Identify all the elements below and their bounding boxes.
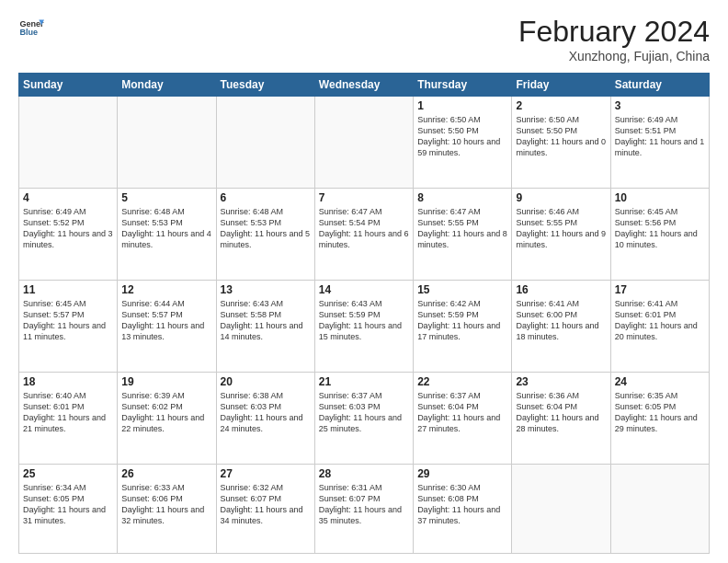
table-row: 27Sunrise: 6:32 AM Sunset: 6:07 PM Dayli… [216, 464, 314, 554]
calendar-header-row: Sunday Monday Tuesday Wednesday Thursday… [19, 74, 710, 97]
day-info: Sunrise: 6:50 AM Sunset: 5:50 PM Dayligh… [516, 115, 606, 157]
day-info: Sunrise: 6:48 AM Sunset: 5:53 PM Dayligh… [221, 207, 311, 249]
day-info: Sunrise: 6:47 AM Sunset: 5:55 PM Dayligh… [417, 207, 507, 249]
table-row: 20Sunrise: 6:38 AM Sunset: 6:03 PM Dayli… [216, 372, 314, 464]
table-row: 6Sunrise: 6:48 AM Sunset: 5:53 PM Daylig… [216, 188, 314, 280]
day-info: Sunrise: 6:38 AM Sunset: 6:03 PM Dayligh… [221, 391, 303, 433]
table-row [19, 97, 118, 189]
calendar: Sunday Monday Tuesday Wednesday Thursday… [18, 73, 710, 554]
day-info: Sunrise: 6:45 AM Sunset: 5:57 PM Dayligh… [23, 299, 106, 341]
day-number: 2 [516, 99, 606, 112]
day-info: Sunrise: 6:41 AM Sunset: 6:00 PM Dayligh… [516, 299, 598, 341]
day-number: 10 [615, 191, 705, 204]
table-row: 28Sunrise: 6:31 AM Sunset: 6:07 PM Dayli… [314, 464, 413, 554]
col-wednesday: Wednesday [314, 74, 413, 97]
logo: General Blue [18, 15, 44, 40]
table-row: 21Sunrise: 6:37 AM Sunset: 6:03 PM Dayli… [314, 372, 413, 464]
table-row: 25Sunrise: 6:34 AM Sunset: 6:05 PM Dayli… [19, 464, 118, 554]
day-info: Sunrise: 6:47 AM Sunset: 5:54 PM Dayligh… [319, 207, 409, 249]
table-row: 24Sunrise: 6:35 AM Sunset: 6:05 PM Dayli… [610, 372, 709, 464]
day-number: 25 [23, 467, 113, 480]
col-friday: Friday [512, 74, 610, 97]
day-info: Sunrise: 6:37 AM Sunset: 6:03 PM Dayligh… [319, 391, 402, 433]
table-row [512, 464, 610, 554]
day-info: Sunrise: 6:33 AM Sunset: 6:06 PM Dayligh… [121, 483, 204, 525]
day-info: Sunrise: 6:36 AM Sunset: 6:04 PM Dayligh… [516, 391, 598, 433]
day-number: 13 [221, 283, 311, 296]
day-number: 11 [23, 283, 113, 296]
day-number: 5 [121, 191, 211, 204]
table-row: 29Sunrise: 6:30 AM Sunset: 6:08 PM Dayli… [414, 464, 512, 554]
day-info: Sunrise: 6:42 AM Sunset: 5:59 PM Dayligh… [417, 299, 500, 341]
day-info: Sunrise: 6:43 AM Sunset: 5:58 PM Dayligh… [221, 299, 303, 341]
title-block: February 2024 Xunzhong, Fujian, China [518, 15, 710, 63]
day-info: Sunrise: 6:49 AM Sunset: 5:52 PM Dayligh… [23, 207, 113, 249]
day-number: 27 [221, 467, 311, 480]
table-row: 1Sunrise: 6:50 AM Sunset: 5:50 PM Daylig… [414, 97, 512, 189]
day-number: 18 [23, 375, 113, 388]
table-row: 8Sunrise: 6:47 AM Sunset: 5:55 PM Daylig… [414, 188, 512, 280]
table-row: 7Sunrise: 6:47 AM Sunset: 5:54 PM Daylig… [314, 188, 413, 280]
table-row: 10Sunrise: 6:45 AM Sunset: 5:56 PM Dayli… [610, 188, 709, 280]
day-info: Sunrise: 6:44 AM Sunset: 5:57 PM Dayligh… [121, 299, 204, 341]
table-row [314, 97, 413, 189]
day-number: 7 [319, 191, 409, 204]
day-number: 4 [23, 191, 113, 204]
table-row: 16Sunrise: 6:41 AM Sunset: 6:00 PM Dayli… [512, 280, 610, 372]
location: Xunzhong, Fujian, China [518, 49, 710, 63]
table-row: 18Sunrise: 6:40 AM Sunset: 6:01 PM Dayli… [19, 372, 118, 464]
day-info: Sunrise: 6:35 AM Sunset: 6:05 PM Dayligh… [615, 391, 698, 433]
day-number: 26 [121, 467, 211, 480]
day-number: 6 [221, 191, 311, 204]
table-row: 12Sunrise: 6:44 AM Sunset: 5:57 PM Dayli… [118, 280, 216, 372]
table-row: 4Sunrise: 6:49 AM Sunset: 5:52 PM Daylig… [19, 188, 118, 280]
day-number: 8 [417, 191, 507, 204]
day-number: 3 [615, 99, 705, 112]
day-number: 22 [417, 375, 507, 388]
header: General Blue February 2024 Xunzhong, Fuj… [18, 15, 710, 63]
table-row: 13Sunrise: 6:43 AM Sunset: 5:58 PM Dayli… [216, 280, 314, 372]
table-row: 23Sunrise: 6:36 AM Sunset: 6:04 PM Dayli… [512, 372, 610, 464]
col-saturday: Saturday [610, 74, 709, 97]
day-number: 21 [319, 375, 409, 388]
col-sunday: Sunday [19, 74, 118, 97]
table-row: 26Sunrise: 6:33 AM Sunset: 6:06 PM Dayli… [118, 464, 216, 554]
day-number: 20 [221, 375, 311, 388]
table-row: 5Sunrise: 6:48 AM Sunset: 5:53 PM Daylig… [118, 188, 216, 280]
month-title: February 2024 [518, 15, 710, 49]
table-row [216, 97, 314, 189]
logo-icon: General Blue [18, 15, 44, 40]
day-number: 15 [417, 283, 507, 296]
day-number: 1 [417, 99, 507, 112]
day-info: Sunrise: 6:48 AM Sunset: 5:53 PM Dayligh… [121, 207, 211, 249]
table-row: 11Sunrise: 6:45 AM Sunset: 5:57 PM Dayli… [19, 280, 118, 372]
day-info: Sunrise: 6:37 AM Sunset: 6:04 PM Dayligh… [417, 391, 500, 433]
table-row: 19Sunrise: 6:39 AM Sunset: 6:02 PM Dayli… [118, 372, 216, 464]
table-row: 22Sunrise: 6:37 AM Sunset: 6:04 PM Dayli… [414, 372, 512, 464]
col-tuesday: Tuesday [216, 74, 314, 97]
table-row: 15Sunrise: 6:42 AM Sunset: 5:59 PM Dayli… [414, 280, 512, 372]
day-number: 28 [319, 467, 409, 480]
day-number: 29 [417, 467, 507, 480]
day-info: Sunrise: 6:46 AM Sunset: 5:55 PM Dayligh… [516, 207, 606, 249]
day-info: Sunrise: 6:30 AM Sunset: 6:08 PM Dayligh… [417, 483, 500, 525]
table-row [118, 97, 216, 189]
day-info: Sunrise: 6:40 AM Sunset: 6:01 PM Dayligh… [23, 391, 106, 433]
col-thursday: Thursday [414, 74, 512, 97]
day-number: 23 [516, 375, 606, 388]
day-number: 24 [615, 375, 705, 388]
day-number: 12 [121, 283, 211, 296]
day-number: 19 [121, 375, 211, 388]
svg-text:Blue: Blue [19, 28, 38, 37]
day-number: 9 [516, 191, 606, 204]
day-number: 17 [615, 283, 705, 296]
day-number: 14 [319, 283, 409, 296]
table-row: 2Sunrise: 6:50 AM Sunset: 5:50 PM Daylig… [512, 97, 610, 189]
table-row: 3Sunrise: 6:49 AM Sunset: 5:51 PM Daylig… [610, 97, 709, 189]
table-row: 14Sunrise: 6:43 AM Sunset: 5:59 PM Dayli… [314, 280, 413, 372]
day-info: Sunrise: 6:32 AM Sunset: 6:07 PM Dayligh… [221, 483, 303, 525]
table-row: 17Sunrise: 6:41 AM Sunset: 6:01 PM Dayli… [610, 280, 709, 372]
day-info: Sunrise: 6:41 AM Sunset: 6:01 PM Dayligh… [615, 299, 698, 341]
day-number: 16 [516, 283, 606, 296]
day-info: Sunrise: 6:34 AM Sunset: 6:05 PM Dayligh… [23, 483, 106, 525]
